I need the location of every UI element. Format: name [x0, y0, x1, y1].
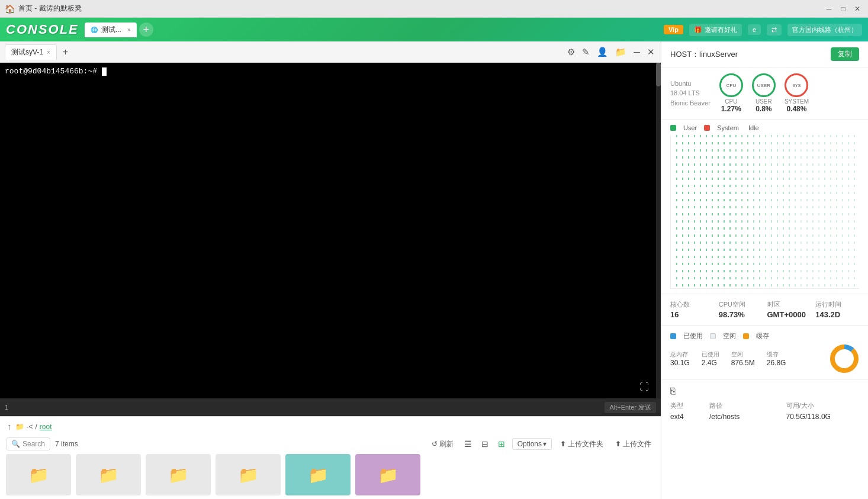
sys-stats-grid: 核心数 16 CPU空闲 98.73% 时区 GMT+0000 运行时间 143… — [670, 300, 859, 319]
cpu-circle: CPU — [719, 73, 743, 97]
host-label: HOST：linuxServer — [670, 49, 738, 60]
swap-icon-btn[interactable]: ⇄ — [767, 24, 782, 36]
window-controls: ─ □ ✕ — [823, 3, 863, 15]
nav-up-btn[interactable]: ↑ — [6, 420, 13, 433]
view-list-btn[interactable]: ☰ — [462, 438, 474, 450]
system-legend-label: System — [717, 124, 739, 131]
cpu-chart-svg — [671, 135, 859, 289]
terminal-minimize-btn[interactable]: ─ — [632, 46, 641, 58]
maximize-window-btn[interactable]: □ — [837, 3, 849, 15]
user-circle: USER — [752, 73, 776, 97]
folder-icon-purple: 📁 — [378, 465, 398, 485]
terminal-tab-active[interactable]: 测试syV-1 × — [5, 44, 57, 60]
uptime-stat: 运行时间 143.2D — [815, 300, 859, 319]
file-browser-header: ↑ 📁 -< / root — [6, 420, 655, 433]
file-item-purple[interactable]: 📁 — [355, 454, 420, 495]
terminal-tab-add-btn[interactable]: + — [59, 46, 72, 59]
view-list2-btn[interactable]: ⊟ — [479, 438, 491, 450]
used-mem: 已使用 2.4G — [702, 350, 719, 367]
disk-path-col-header: 路径 — [709, 401, 783, 410]
cpu-idle-stat: CPU空闲 98.73% — [719, 300, 763, 319]
uptime-value: 143.2D — [815, 310, 859, 319]
cpu-chart-section: User System Idle — [661, 120, 868, 294]
breadcrumb-root-link[interactable]: root — [40, 423, 52, 431]
gift-icon: 🎁 — [694, 26, 702, 34]
file-item[interactable]: 📁 — [76, 454, 141, 495]
mem-used-dot — [670, 333, 676, 339]
refresh-icon: ↺ — [432, 440, 438, 448]
user-legend-label: User — [683, 124, 697, 131]
file-search-box[interactable]: 🔍 Search — [6, 437, 50, 450]
folder-icon-teal: 📁 — [308, 465, 329, 485]
folder-icon-gray: 📁 — [168, 465, 189, 485]
upload-file-icon: ⬆ — [615, 440, 621, 448]
send-btn[interactable]: Alt+Enter 发送 — [605, 402, 656, 413]
folder-icon-gray: 📁 — [98, 465, 119, 485]
app-logo: CONSOLE — [6, 22, 79, 37]
system-stat-block: SYS SYSTEM 0.48% — [785, 73, 809, 113]
host-info: HOST：linuxServer 复制 — [661, 41, 868, 67]
file-item[interactable]: 📁 — [146, 454, 211, 495]
copy-host-btn[interactable]: 复制 — [831, 47, 859, 61]
person-btn[interactable]: 👤 — [596, 46, 609, 59]
folder-icon-gray: 📁 — [28, 465, 49, 485]
memory-legend: 已使用 空闲 缓存 — [670, 331, 859, 340]
settings-btn[interactable]: ⚙ — [566, 46, 576, 59]
refresh-btn[interactable]: ↺ 刷新 — [428, 438, 457, 450]
refresh-label: 刷新 — [439, 439, 454, 449]
memory-section: 已使用 空闲 缓存 总内存 30.1G 已使用 2.4G 空闲 876.5M — [661, 326, 868, 380]
cpu-stat-value: 1.27% — [721, 105, 741, 113]
file-item[interactable]: 📁 — [6, 454, 71, 495]
timezone-stat: 时区 GMT+0000 — [767, 300, 811, 319]
terminal-area[interactable]: root@9d04b145466b:~# ⛶ — [0, 63, 661, 398]
cpu-idle-label: CPU空闲 — [719, 300, 763, 309]
browser-tab-active[interactable]: 🌐 测试... × — [85, 22, 137, 37]
free-mem-value: 876.5M — [731, 359, 755, 367]
file-item[interactable]: 📁 — [216, 454, 281, 495]
close-window-btn[interactable]: ✕ — [851, 3, 863, 15]
chart-legend: User System Idle — [670, 124, 859, 131]
memory-donut-chart — [830, 344, 859, 374]
vip-badge[interactable]: Vip — [664, 25, 683, 34]
total-mem-value: 30.1G — [670, 359, 690, 367]
os-info-section: Ubuntu 18.04 LTS Bionic Beaver CPU CPU 1… — [661, 67, 868, 120]
used-mem-label: 已使用 — [702, 350, 719, 359]
options-label: Options — [517, 440, 542, 448]
view-grid-btn[interactable]: ⊞ — [496, 438, 507, 450]
edit-btn[interactable]: ✎ — [581, 46, 591, 59]
terminal-tab-close-btn[interactable]: × — [47, 49, 50, 56]
browser-icon-btn[interactable]: e — [748, 24, 761, 35]
terminal-scrollbar-thumb[interactable] — [656, 63, 661, 86]
browser-tab-bar: 🌐 测试... × + — [85, 22, 658, 37]
upload-folder-icon: ⬆ — [560, 440, 566, 448]
disk-type-col-header: 类型 — [670, 401, 706, 410]
content-wrapper: 测试syV-1 × + ⚙ ✎ 👤 📁 ─ ✕ root@9d04b145466… — [0, 41, 661, 499]
disk-type-cell: ext4 — [670, 413, 706, 421]
terminal-scrollbar[interactable] — [656, 63, 661, 398]
cpu-stat-block: CPU CPU 1.27% — [719, 73, 743, 113]
options-btn[interactable]: Options ▾ — [512, 438, 552, 450]
cores-label: 核心数 — [670, 300, 714, 309]
user-stat-block: USER USER 0.8% — [752, 73, 776, 113]
upload-file-btn[interactable]: ⬆ 上传文件 — [612, 438, 655, 450]
used-mem-value: 2.4G — [702, 359, 719, 367]
upload-folder-btn[interactable]: ⬆ 上传文件夹 — [557, 438, 607, 450]
cache-mem-value: 26.8G — [767, 359, 786, 367]
terminal-cursor — [102, 67, 107, 76]
terminal-panel: root@9d04b145466b:~# ⛶ 1 Alt+Enter 发送 — [0, 63, 661, 416]
tab-close-btn[interactable]: × — [127, 27, 131, 33]
breadcrumb: ↑ 📁 -< / root — [6, 420, 52, 433]
invite-btn[interactable]: 🎁 邀请有好礼 — [689, 24, 742, 36]
fullscreen-btn[interactable]: ⛶ — [639, 382, 649, 392]
file-item-teal[interactable]: 📁 — [285, 454, 351, 495]
breadcrumb-slash: / — [36, 423, 37, 431]
idle-legend-label: Idle — [748, 124, 759, 131]
minimize-window-btn[interactable]: ─ — [823, 3, 835, 15]
free-mem: 空闲 876.5M — [731, 350, 755, 367]
terminal-close-btn[interactable]: ✕ — [646, 46, 656, 59]
region-btn[interactable]: 官方国内线路（杭州） — [787, 24, 862, 36]
new-tab-btn[interactable]: + — [139, 22, 153, 37]
terminal-bottom-bar: 1 Alt+Enter 发送 — [0, 398, 661, 416]
folder-open-btn[interactable]: 📁 — [614, 46, 628, 59]
terminal-tab-name: 测试syV-1 — [11, 47, 43, 57]
